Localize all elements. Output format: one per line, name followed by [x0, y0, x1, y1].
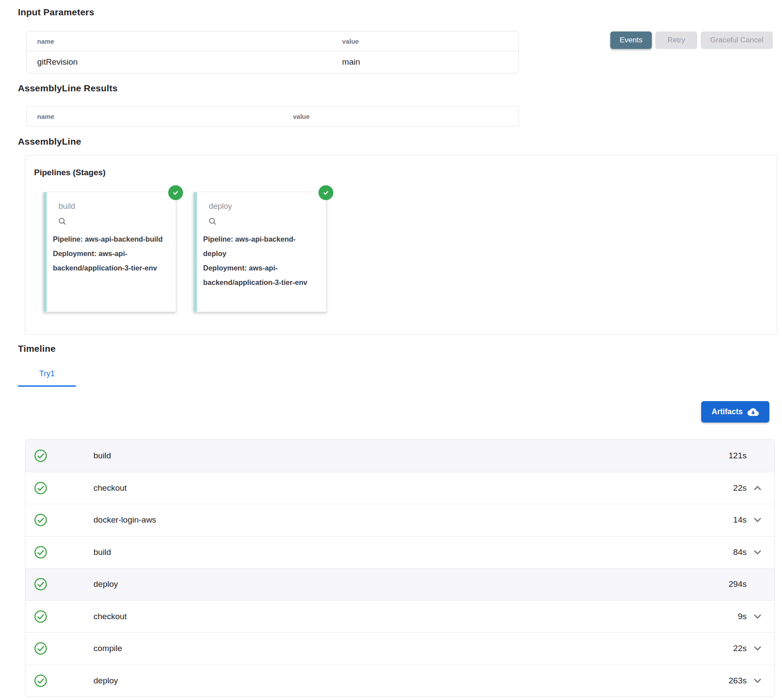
stage-success-badge [168, 185, 183, 200]
artifacts-button-label: Artifacts [712, 407, 743, 416]
table-header-row: name value [27, 107, 519, 126]
step-duration: 22s [733, 483, 747, 493]
expand-chevron[interactable] [752, 611, 763, 622]
stage-accent-bar [43, 192, 47, 312]
step-duration: 14s [733, 515, 747, 525]
stage-name: build [59, 202, 176, 211]
column-header-value: value [283, 113, 310, 120]
input-parameters-table: name value gitRevision main [26, 31, 519, 73]
stage-name: deploy [209, 202, 326, 211]
step-name: deploy [93, 676, 729, 686]
search-icon[interactable] [58, 217, 67, 226]
chevron-down-icon [752, 547, 763, 558]
check-icon [322, 188, 330, 197]
step-name: deploy [93, 579, 729, 589]
run-actions: Events Retry Graceful Cancel [610, 31, 773, 49]
stage-success-badge [318, 185, 333, 200]
table-row: gitRevision main [27, 51, 519, 73]
timeline-step-row[interactable]: docker-login-aws 14s [25, 504, 775, 536]
timeline-step-row[interactable]: deploy 263s [25, 665, 775, 697]
step-success-icon [34, 449, 48, 463]
step-duration: 263s [729, 676, 747, 686]
stage-deployment-label: Deployment: aws-api-backend/application-… [203, 261, 317, 290]
chevron-down-icon [752, 611, 763, 622]
step-duration: 22s [733, 644, 747, 653]
assemblyline-results-heading: AssemblyLine Results [18, 83, 118, 94]
step-duration: 84s [733, 548, 747, 557]
step-name: compile [93, 644, 733, 653]
table-header-row: name value [27, 31, 519, 51]
timeline-step-row[interactable]: checkout 22s [25, 472, 775, 504]
step-success-icon [34, 641, 48, 655]
stages-list: build Pipeline: aws-api-backend-build De… [43, 192, 326, 312]
timeline-step-row[interactable]: build 84s [25, 536, 775, 568]
chevron-down-icon [752, 514, 763, 526]
timeline-heading: Timeline [18, 343, 55, 354]
retry-button[interactable]: Retry [655, 31, 697, 49]
param-value: main [332, 57, 360, 67]
check-icon [171, 188, 180, 197]
step-name: build [93, 451, 729, 461]
timeline-step-row[interactable]: compile 22s [25, 632, 775, 665]
step-success-icon [34, 674, 48, 688]
assemblyline-heading: AssemblyLine [18, 136, 81, 147]
assemblyline-results-table: name value [26, 106, 519, 127]
expand-chevron[interactable] [752, 450, 763, 461]
step-success-icon [34, 577, 48, 591]
active-tab-indicator [18, 385, 76, 387]
stage-deployment-label: Deployment: aws-api-backend/application-… [53, 246, 167, 275]
tab-try1[interactable]: Try1 [18, 366, 76, 387]
stage-card: build Pipeline: aws-api-backend-build De… [43, 192, 176, 312]
stage-accent-bar [194, 192, 197, 312]
pipelines-stages-panel: Pipelines (Stages) build Pipeline: aws-a… [25, 155, 777, 335]
search-icon[interactable] [208, 217, 217, 226]
step-name: checkout [93, 612, 738, 621]
column-header-name: name [27, 38, 332, 45]
step-success-icon [34, 610, 48, 624]
timeline-tabs: Try1 [18, 366, 76, 387]
stage-pipeline-label: Pipeline: aws-api-backend-deploy [203, 232, 317, 261]
step-name: docker-login-aws [93, 515, 733, 525]
artifacts-button[interactable]: Artifacts [701, 401, 769, 423]
table-body: gitRevision main [27, 51, 519, 73]
chevron-up-icon [752, 482, 763, 494]
step-name: checkout [93, 483, 733, 493]
stage-pipeline-label: Pipeline: aws-api-backend-build [53, 232, 167, 246]
step-duration: 121s [729, 451, 747, 461]
events-button[interactable]: Events [610, 31, 652, 49]
expand-chevron[interactable] [752, 643, 763, 654]
stage-card: deploy Pipeline: aws-api-backend-deploy … [193, 192, 326, 312]
timeline-step-row[interactable]: deploy 294s [25, 568, 775, 600]
expand-chevron[interactable] [752, 547, 763, 558]
timeline-steps-table: build 121s checkout 22s [25, 439, 775, 697]
cloud-download-icon [747, 406, 759, 418]
column-header-value: value [332, 38, 359, 45]
input-parameters-heading: Input Parameters [18, 7, 94, 17]
expand-chevron[interactable] [752, 579, 763, 590]
step-success-icon [34, 481, 48, 495]
step-success-icon [34, 545, 48, 559]
param-name: gitRevision [27, 57, 332, 67]
step-duration: 9s [738, 612, 747, 621]
column-header-name: name [27, 113, 283, 120]
step-success-icon [34, 513, 48, 527]
timeline-step-row[interactable]: checkout 9s [25, 600, 775, 633]
chevron-down-icon [752, 643, 763, 654]
pipelines-stages-title: Pipelines (Stages) [34, 168, 106, 177]
chevron-down-icon [752, 675, 763, 686]
expand-chevron[interactable] [752, 675, 763, 686]
graceful-cancel-button[interactable]: Graceful Cancel [701, 31, 773, 49]
step-duration: 294s [729, 579, 747, 589]
step-name: build [93, 548, 733, 557]
timeline-step-row[interactable]: build 121s [25, 440, 775, 472]
tab-try1-label: Try1 [39, 369, 55, 378]
expand-chevron[interactable] [752, 514, 763, 526]
expand-chevron[interactable] [752, 482, 763, 494]
